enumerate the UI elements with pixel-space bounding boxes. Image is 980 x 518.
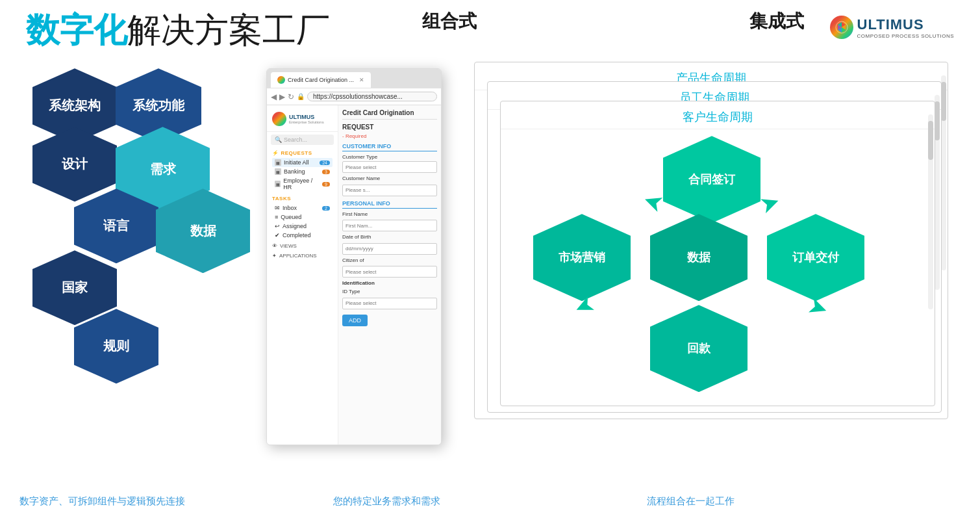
sidebar-initiate-all[interactable]: ▦ Initiate All 24 <box>272 158 333 167</box>
browser-tab[interactable]: Credit Card Origination ... ✕ <box>271 72 371 88</box>
inbox-icon: ✉ <box>275 205 280 211</box>
arrow-1: ➤ <box>640 189 664 218</box>
customer-type-label: Customer Type <box>342 154 437 160</box>
assigned-icon: ↩ <box>275 223 280 229</box>
section-labels: 组合式 集成式 <box>422 9 804 34</box>
section-label-integrated: 集成式 <box>749 9 804 34</box>
customer-name-label: Customer Name <box>342 175 437 181</box>
section-label-composite: 组合式 <box>422 9 477 34</box>
first-name-input[interactable] <box>342 220 437 231</box>
lifecycle-stack: 产品生命周期 员工生命周期 客户生命周期 <box>455 62 967 439</box>
sidebar-banking[interactable]: ▦ Banking 3 <box>272 167 333 176</box>
employee-scrollbar[interactable] <box>935 95 940 290</box>
lc-hex-marketing: 市场营销 <box>533 214 631 301</box>
app-logo: ULTIMUS Enterprise Solutions <box>267 109 338 132</box>
task-queued[interactable]: ≡ Queued <box>272 213 333 222</box>
citizen-label: Citizen of <box>342 257 437 263</box>
dob-label: Date of Birth <box>342 234 437 240</box>
employee-icon: ▦ <box>275 181 281 187</box>
sidebar-employee-hr[interactable]: ▦ Employee / HR 9 <box>272 176 333 192</box>
tasks-title: TASKS <box>272 196 333 201</box>
lifecycle-section: 产品生命周期 员工生命周期 客户生命周期 <box>455 62 967 452</box>
address-input[interactable]: https://cpssolutionsshowcase... <box>307 92 437 101</box>
tab-close-icon[interactable]: ✕ <box>359 77 364 83</box>
dob-input[interactable] <box>342 243 437 255</box>
browser-body: ULTIMUS Enterprise Solutions 🔍 Search...… <box>267 105 441 445</box>
logo-icon <box>830 16 853 39</box>
lc-hex-data: 数据 <box>650 214 748 301</box>
hex-country: 国家 <box>32 250 117 325</box>
title-rest: 解决方案工厂 <box>127 11 330 49</box>
secure-icon: 🔒 <box>297 93 305 100</box>
apps-icon: ✦ <box>272 253 277 259</box>
completed-icon: ✔ <box>275 232 280 239</box>
id-section-title: Identification <box>342 280 437 286</box>
hex-grid: 系统架构 系统功能 设计 需求 语言 数据 国家 规则 <box>19 62 260 452</box>
applications-item[interactable]: ✦ APPLICATIONS <box>267 251 338 261</box>
browser-sidebar: ULTIMUS Enterprise Solutions 🔍 Search...… <box>267 105 338 445</box>
task-completed[interactable]: ✔ Completed <box>272 231 333 240</box>
eye-icon: 👁 <box>272 243 277 249</box>
tasks-section: TASKS ✉ Inbox 2 ≡ Queued ↩ <box>267 193 338 241</box>
id-type-input[interactable] <box>342 298 437 309</box>
lc-hex-refund: 回款 <box>650 305 748 392</box>
logo-area: ULTIMUS COMPOSED PROCESS SOLUTIONS <box>830 16 954 39</box>
browser-mockup: Credit Card Origination ... ✕ ◀ ▶ ↻ 🔒 ht… <box>266 68 448 452</box>
first-name-label: First Name <box>342 211 437 217</box>
page-title: 数字化解决方案工厂 <box>26 12 330 49</box>
requests-section: ⚡ REQUESTS ▦ Initiate All 24 ▦ Banking 3 <box>267 148 338 193</box>
logo-text: ULTIMUS COMPOSED PROCESS SOLUTIONS <box>857 16 954 39</box>
search-icon: 🔍 <box>275 136 282 143</box>
lc-hex-order: 订单交付 <box>767 214 864 301</box>
required-note: - Required <box>342 133 437 139</box>
main-content: 系统架构 系统功能 设计 需求 语言 数据 国家 规则 <box>0 55 980 452</box>
footer-item-3: 流程组合在一起工作 <box>647 495 961 508</box>
customer-label: 客户生命周期 <box>501 101 935 129</box>
refresh-button[interactable]: ↻ <box>288 92 294 101</box>
app-logo-icon <box>272 112 286 126</box>
hex-design: 设计 <box>32 127 117 201</box>
banking-icon: ▦ <box>275 168 281 175</box>
footer-item-1: 数字资产、可拆卸组件与逻辑预先连接 <box>19 495 333 508</box>
task-assigned[interactable]: ↩ Assigned <box>272 222 333 231</box>
employee-scrollbar-thumb <box>935 101 940 140</box>
add-button[interactable]: ADD <box>342 315 368 326</box>
personal-section-title: PERSONAL INFO <box>342 200 437 209</box>
product-scrollbar[interactable] <box>941 75 946 270</box>
page-footer: 数字资产、可拆卸组件与逻辑预先连接 您的特定业务需求和需求 流程组合在一起工作 <box>0 485 980 518</box>
customer-lifecycle-card: 客户生命周期 合同签订 ➤ ➤ 市场营销 <box>500 101 935 406</box>
title-highlight: 数字化 <box>26 11 127 49</box>
app-search[interactable]: 🔍 Search... <box>271 135 334 145</box>
tab-favicon <box>277 76 285 84</box>
lc-hex-contract: 合同签订 <box>663 136 760 223</box>
browser-address-bar: ◀ ▶ ↻ 🔒 https://cpssolutionsshowcase... <box>267 88 441 105</box>
footer-item-2: 您的特定业务需求和需求 <box>333 495 647 508</box>
hex-rules: 规则 <box>74 309 158 383</box>
task-inbox[interactable]: ✉ Inbox 2 <box>272 203 333 213</box>
customer-type-row <box>342 161 437 173</box>
browser-window: Credit Card Origination ... ✕ ◀ ▶ ↻ 🔒 ht… <box>266 68 442 445</box>
forward-button[interactable]: ▶ <box>279 92 285 101</box>
customer-name-input[interactable] <box>342 185 437 196</box>
customer-section-title: CUSTOMER INFO <box>342 143 437 151</box>
customer-type-input[interactable] <box>342 161 437 173</box>
back-button[interactable]: ◀ <box>271 92 277 101</box>
browser-form-area: Credit Card Origination REQUEST - Requir… <box>338 105 441 445</box>
views-item[interactable]: 👁 VIEWS <box>267 241 338 251</box>
product-scrollbar-thumb <box>941 82 946 121</box>
requests-title: ⚡ REQUESTS <box>272 150 333 156</box>
form-subheader: REQUEST <box>342 123 437 131</box>
arrow-2: ➤ <box>757 189 781 218</box>
id-type-label: ID Type <box>342 289 437 294</box>
form-header: Credit Card Origination <box>342 109 437 120</box>
hex-cluster: 合同签订 ➤ ➤ 市场营销 数据 订单 <box>501 129 935 383</box>
initiate-icon: ▦ <box>275 159 281 166</box>
queue-icon: ≡ <box>275 214 278 220</box>
citizen-input[interactable] <box>342 266 437 278</box>
browser-tab-bar: Credit Card Origination ... ✕ <box>267 69 441 88</box>
